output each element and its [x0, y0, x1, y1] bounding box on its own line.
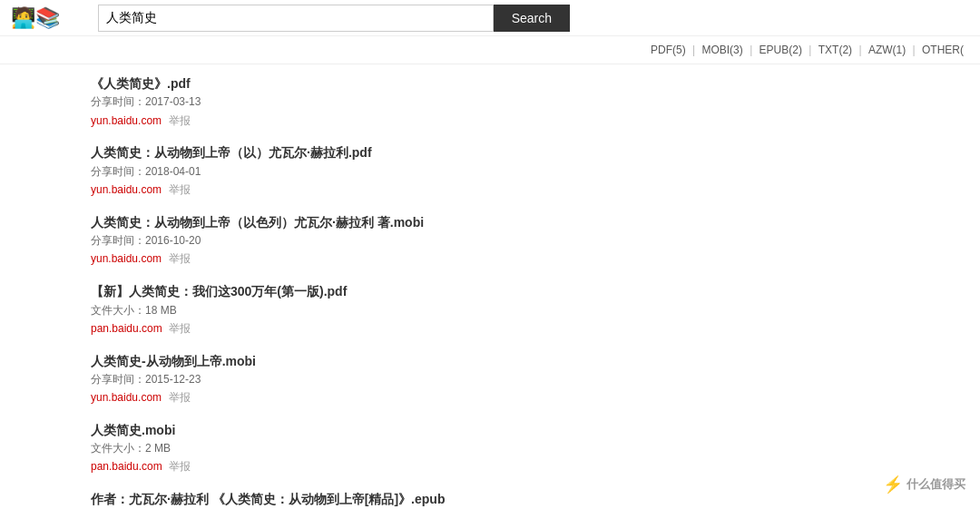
result-meta: 分享时间：2016-10-20 — [91, 232, 889, 250]
logo-area: 🧑‍💻📚 — [11, 6, 83, 30]
result-title[interactable]: 人类简史：从动物到上帝（以色列）尤瓦尔·赫拉利 著.mobi — [91, 212, 889, 232]
list-item: 人类简史：从动物到上帝（以色列）尤瓦尔·赫拉利 著.mobi 分享时间：2016… — [91, 212, 889, 269]
sep2: | — [750, 44, 755, 56]
result-title[interactable]: 《人类简史》.pdf — [91, 73, 889, 93]
search-button[interactable]: Search — [494, 5, 570, 32]
result-source-row: yun.baidu.com 举报 — [91, 250, 889, 269]
result-title[interactable]: 人类简史.mobi — [91, 420, 889, 440]
result-meta: 分享时间：2018-04-01 — [91, 163, 889, 181]
result-source-row: yun.baidu.com 举报 — [91, 112, 889, 131]
list-item: 人类简史：从动物到上帝（以）尤瓦尔·赫拉利.pdf 分享时间：2018-04-0… — [91, 142, 889, 199]
report-link[interactable]: 举报 — [169, 114, 191, 127]
search-input[interactable] — [98, 5, 494, 32]
sep4: | — [858, 44, 864, 56]
watermark-icon: ⚡ — [883, 475, 903, 494]
filter-pdf[interactable]: PDF(5) — [651, 44, 686, 56]
list-item: 人类简史.mobi 文件大小：2 MB pan.baidu.com 举报 — [91, 420, 889, 476]
report-link[interactable]: 举报 — [169, 460, 191, 473]
list-item: 《人类简史》.pdf 分享时间：2017-03-13 yun.baidu.com… — [91, 73, 889, 130]
filter-azw[interactable]: AZW(1) — [868, 44, 906, 56]
sep5: | — [913, 44, 918, 56]
result-meta: 分享时间：2017-03-13 — [91, 93, 889, 111]
list-item: 【新】人类简史：我们这300万年(第一版).pdf 文件大小：18 MB pan… — [91, 281, 889, 338]
source-link[interactable]: pan.baidu.com — [91, 460, 162, 473]
result-meta: 文件大小：2 MB — [91, 440, 889, 457]
filter-txt[interactable]: TXT(2) — [818, 44, 852, 56]
watermark: ⚡ 什么值得买 — [883, 475, 965, 494]
report-link[interactable]: 举报 — [169, 252, 191, 265]
source-link[interactable]: yun.baidu.com — [91, 391, 162, 404]
source-link[interactable]: yun.baidu.com — [91, 252, 162, 265]
filter-mobi[interactable]: MOBI(3) — [701, 44, 742, 56]
list-item: 人类简史-从动物到上帝.mobi 分享时间：2015-12-23 yun.bai… — [91, 351, 889, 407]
result-source-row: yun.baidu.com 举报 — [91, 388, 889, 407]
source-link[interactable]: pan.baidu.com — [91, 322, 162, 335]
logo-icon: 🧑‍💻📚 — [11, 6, 60, 30]
source-link[interactable]: yun.baidu.com — [91, 183, 162, 196]
sep1: | — [692, 44, 698, 56]
results-list: 《人类简史》.pdf 分享时间：2017-03-13 yun.baidu.com… — [0, 64, 980, 509]
result-source-row: pan.baidu.com 举报 — [91, 319, 889, 338]
result-title[interactable]: 人类简史-从动物到上帝.mobi — [91, 351, 889, 371]
result-source-row: pan.baidu.com 举报 — [91, 457, 889, 476]
list-item: 作者：尤瓦尔·赫拉利 《人类简史：从动物到上帝[精品]》.epub 文件大小：4… — [91, 489, 889, 509]
filter-bar: PDF(5) | MOBI(3) | EPUB(2) | TXT(2) | AZ… — [0, 36, 980, 64]
watermark-text: 什么值得买 — [906, 476, 965, 493]
report-link[interactable]: 举报 — [169, 183, 191, 196]
result-meta: 分享时间：2015-12-23 — [91, 371, 889, 388]
result-title[interactable]: 人类简史：从动物到上帝（以）尤瓦尔·赫拉利.pdf — [91, 142, 889, 162]
sep3: | — [808, 44, 814, 56]
result-title[interactable]: 作者：尤瓦尔·赫拉利 《人类简史：从动物到上帝[精品]》.epub — [91, 489, 889, 509]
result-source-row: yun.baidu.com 举报 — [91, 181, 889, 200]
filter-epub[interactable]: EPUB(2) — [760, 44, 802, 56]
source-link[interactable]: yun.baidu.com — [91, 114, 162, 127]
search-bar: Search — [98, 5, 570, 32]
report-link[interactable]: 举报 — [169, 322, 191, 335]
result-meta: 文件大小：18 MB — [91, 302, 889, 319]
result-title[interactable]: 【新】人类简史：我们这300万年(第一版).pdf — [91, 281, 889, 301]
report-link[interactable]: 举报 — [169, 391, 191, 404]
filter-other[interactable]: OTHER( — [922, 44, 964, 56]
header: 🧑‍💻📚 Search — [0, 0, 980, 36]
